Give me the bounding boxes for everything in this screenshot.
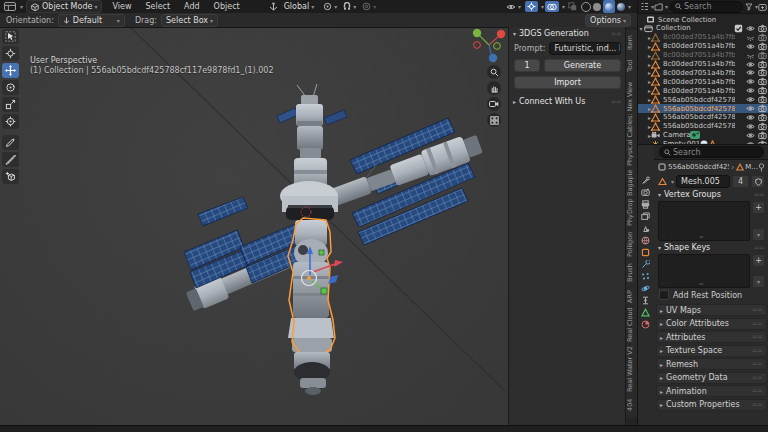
panel-custom-properties[interactable]: ▸Custom Properties══ [656, 399, 767, 411]
vertex-groups-header[interactable]: ▾ Vertex Groups ══ [654, 189, 768, 200]
properties-tab-modifiers-icon[interactable] [638, 259, 653, 270]
panel-remesh[interactable]: ▸Remesh══ [656, 358, 767, 370]
eye-closed-icon[interactable] [746, 33, 755, 42]
checkbox-icon[interactable] [734, 24, 743, 33]
camera-toggle-icon[interactable] [758, 51, 767, 60]
selected-module[interactable] [288, 218, 335, 354]
shape-keys-header[interactable]: ▾ Shape Keys ══ [654, 242, 768, 253]
cursor-tool-button[interactable] [2, 46, 19, 61]
properties-tab-object-data-icon[interactable] [638, 307, 653, 318]
measure-tool-button[interactable] [2, 152, 19, 167]
connect-panel-header[interactable]: ▸ Connect With Us ══ [509, 95, 626, 108]
scale-tool-button[interactable] [2, 97, 19, 112]
eye-open-icon[interactable] [746, 131, 755, 140]
generation-panel-header[interactable]: ▾ 3DGS Generation ══ [509, 27, 626, 40]
camera-toggle-icon[interactable] [758, 86, 767, 95]
camera-toggle-icon[interactable] [758, 77, 767, 86]
outliner-row-object[interactable]: ▸ 556ab05bdcdf425788cf11 [638, 95, 768, 104]
outliner-row-object[interactable]: ▸ 556ab05bdcdf425788cf11 [638, 122, 768, 131]
eye-open-icon[interactable] [746, 68, 755, 77]
new-collection-icon[interactable] [758, 3, 767, 11]
outliner-editor-icon[interactable] [640, 2, 649, 11]
axis-x-ball[interactable] [497, 30, 505, 38]
display-mode-icon[interactable] [654, 3, 663, 11]
outliner-row-object[interactable]: ▸ 556ab05bdcdf425788cf11 [638, 104, 768, 113]
generate-button[interactable]: Generate [544, 59, 621, 72]
drag-dropdown[interactable]: Select Box ▾ [161, 14, 218, 27]
properties-tab-scene-icon[interactable] [638, 223, 653, 234]
orientation-dropdown[interactable]: Default ▾ [58, 14, 125, 27]
mode-select[interactable]: Object Mode ▾ [26, 0, 102, 13]
space-station-model[interactable] [184, 84, 484, 395]
add-shape-key-button[interactable]: + [752, 254, 765, 267]
camera-view-icon[interactable] [487, 97, 501, 111]
camera-toggle-icon[interactable] [758, 60, 767, 69]
menu-select[interactable]: Select [138, 2, 177, 11]
move-tool-button[interactable] [2, 63, 19, 78]
options-button[interactable]: Options ▾ [585, 14, 631, 27]
axis-y-ball[interactable] [473, 29, 481, 37]
shading-rendered-icon[interactable] [617, 3, 625, 11]
properties-tab-material-icon[interactable] [638, 319, 653, 330]
eye-open-icon[interactable] [746, 77, 755, 86]
editor-type-icon[interactable] [4, 2, 16, 11]
outliner-row-object[interactable]: ▸ 8c00ded7051a4b7fb4a959 [638, 33, 768, 42]
camera-toggle-icon[interactable] [758, 42, 767, 51]
camera-toggle-icon[interactable] [758, 104, 767, 113]
xray-icon[interactable] [566, 1, 579, 12]
properties-tab-particles-icon[interactable] [638, 271, 653, 282]
eye-open-icon[interactable] [746, 24, 755, 33]
panel-animation[interactable]: ▸Animation══ [656, 385, 767, 397]
camera-toggle-icon[interactable] [758, 33, 767, 42]
rotate-tool-button[interactable] [2, 80, 19, 95]
zoom-icon[interactable] [487, 65, 501, 79]
camera-toggle-icon[interactable] [758, 24, 767, 33]
outliner-row-object[interactable]: ▸ 8c00ded7051a4b7fb4a959 [638, 42, 768, 51]
list-resize-grip[interactable]: ◦ [662, 232, 666, 239]
panel-color-attributes[interactable]: ▸Color Attributes══ [656, 318, 767, 330]
outliner-row-scene-collection[interactable]: Scene Collection [638, 15, 768, 24]
shading-wireframe-icon[interactable] [581, 2, 591, 12]
eye-open-icon[interactable] [746, 113, 755, 122]
outliner-row-object[interactable]: ▸ 8c00ded7051a4b7fb4a959 [638, 77, 768, 86]
ortho-grid-icon[interactable] [487, 113, 501, 127]
list-grab-handle[interactable]: ═ [700, 280, 704, 287]
list-resize-grip[interactable]: ◦ [662, 279, 666, 286]
properties-tab-tool-icon[interactable] [638, 175, 653, 186]
panel-texture-space[interactable]: ▸Texture Space══ [656, 345, 767, 357]
fake-user-shield-icon[interactable] [751, 175, 765, 188]
pivot-icon[interactable]: ▾ [321, 1, 339, 12]
camera-toggle-icon[interactable] [758, 95, 767, 104]
outliner-row-object[interactable]: ▸ 8c00ded7051a4b7fb4a959 [638, 86, 768, 95]
transform-tool-button[interactable] [2, 114, 19, 129]
panel-grip-icon[interactable]: ══ [612, 30, 622, 38]
eye-open-icon[interactable] [746, 95, 755, 104]
properties-tab-render-icon[interactable] [638, 187, 653, 198]
magnet-icon[interactable]: ▾ [341, 1, 358, 12]
tweak-tool-button[interactable] [2, 29, 19, 44]
breadcrumb-mesh[interactable]: M... [745, 163, 758, 171]
panel-uv-maps[interactable]: ▸UV Maps══ [656, 304, 767, 316]
axis-z-ball[interactable] [489, 54, 497, 62]
breadcrumb-object[interactable]: 556ab05bdcdf42578... [668, 163, 729, 171]
properties-tab-object-icon[interactable] [638, 247, 653, 258]
menu-view[interactable]: View [105, 2, 138, 11]
properties-tab-constraints-icon[interactable] [638, 295, 653, 306]
filter-funnel-icon[interactable] [745, 3, 753, 11]
pin-icon[interactable] [758, 163, 765, 172]
mesh-data-dropdown-icon[interactable] [658, 177, 667, 186]
overlays-icon[interactable] [545, 1, 559, 12]
pan-hand-icon[interactable] [487, 81, 501, 95]
gizmo-icon[interactable] [525, 1, 538, 12]
vertex-groups-list[interactable]: ◦ ═ [658, 201, 750, 241]
prompt-input[interactable]: Futuristic, ind... background i [549, 42, 621, 55]
eye-closed-icon[interactable] [746, 51, 755, 60]
outliner-row-object[interactable]: ▸ 8c00ded7051a4b7fb4a959 [638, 60, 768, 69]
panel-attributes[interactable]: ▸Attributes══ [656, 331, 767, 343]
panel-grip-icon[interactable]: ══ [612, 98, 622, 106]
mesh-name-field[interactable]: Mesh.005 [676, 175, 730, 188]
camera-toggle-icon[interactable] [758, 113, 767, 122]
camera-toggle-icon[interactable] [758, 131, 767, 140]
proportional-icon[interactable]: ▾ [360, 1, 378, 12]
orientation-select[interactable]: Global ▾ [281, 0, 318, 13]
